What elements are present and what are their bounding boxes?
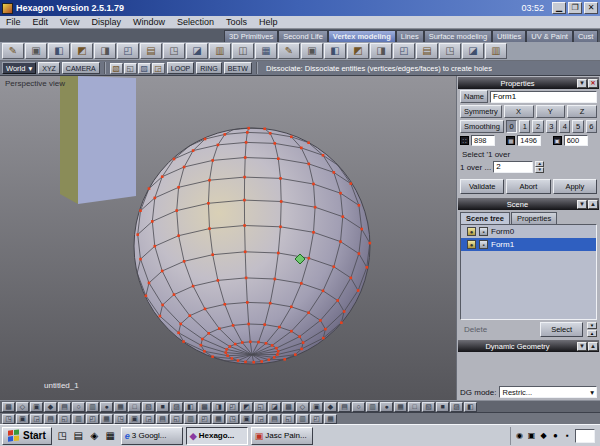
xyz-axis-button[interactable]: XYZ — [38, 62, 60, 74]
tab-utilities[interactable]: Utilities — [492, 30, 526, 42]
tool-icon[interactable]: ▧ — [142, 402, 155, 412]
collapse-icon[interactable]: ▼ — [577, 79, 587, 88]
tool-icon[interactable]: ● — [100, 402, 113, 412]
tab-second-life[interactable]: Second Life — [278, 30, 328, 42]
tool-icon[interactable]: ▣ — [30, 402, 43, 412]
tab-scene-properties[interactable]: Properties — [511, 212, 557, 224]
tool-icon[interactable]: ▥ — [296, 414, 309, 424]
tool-icon[interactable]: ▥ — [485, 43, 507, 59]
tool-icon[interactable]: ◫ — [232, 43, 254, 59]
tool-icon[interactable]: ▤ — [416, 43, 438, 59]
abort-button[interactable]: Abort — [506, 179, 550, 194]
tool-icon[interactable]: ◰ — [310, 414, 323, 424]
select-button[interactable]: Select — [540, 322, 583, 337]
collapse-icon[interactable]: ▼ — [577, 342, 587, 351]
tool-icon[interactable]: ● — [550, 431, 561, 440]
close-button[interactable]: ✕ — [584, 2, 598, 14]
tool-icon[interactable]: ◪ — [268, 402, 281, 412]
tool-icon[interactable]: ◲ — [254, 414, 267, 424]
tool-icon[interactable]: ◰ — [86, 414, 99, 424]
smoothing-level-1[interactable]: 1 — [519, 120, 530, 133]
tool-icon[interactable]: ▨ — [138, 63, 151, 74]
tool-icon[interactable]: ▥ — [184, 414, 197, 424]
close-panel-icon[interactable]: ✕ — [588, 79, 598, 88]
tool-icon[interactable]: ◱ — [124, 63, 137, 74]
tool-icon[interactable]: ◇ — [16, 402, 29, 412]
tool-icon[interactable]: ◲ — [152, 63, 165, 74]
tab-lines[interactable]: Lines — [396, 30, 424, 42]
collapse-icon[interactable]: ▼ — [577, 200, 587, 209]
tool-icon[interactable]: ▤ — [58, 402, 71, 412]
tool-icon[interactable]: ◩ — [347, 43, 369, 59]
tool-icon[interactable]: ◆ — [44, 402, 57, 412]
tool-icon[interactable]: ▥ — [72, 414, 85, 424]
tool-icon[interactable]: ▤ — [338, 402, 351, 412]
tool-icon[interactable]: ◨ — [370, 43, 392, 59]
menu-window[interactable]: Window — [127, 17, 171, 27]
tool-icon[interactable]: ◇ — [296, 402, 309, 412]
tool-icon[interactable]: ◨ — [212, 402, 225, 412]
tool-icon[interactable]: ◈ — [87, 428, 102, 443]
tool-icon[interactable]: ◳ — [439, 43, 461, 59]
start-button[interactable]: Start — [2, 427, 52, 445]
tool-icon[interactable]: ▩ — [282, 402, 295, 412]
smoothing-level-4[interactable]: 4 — [559, 120, 570, 133]
tool-icon[interactable]: ▦ — [100, 414, 113, 424]
tool-icon[interactable]: ▤ — [44, 414, 57, 424]
tool-icon[interactable]: ▣ — [240, 414, 253, 424]
symmetry-y-button[interactable]: Y — [536, 105, 566, 118]
one-over-stepper[interactable]: ▲ ▼ — [535, 161, 544, 173]
tool-icon[interactable]: ▣ — [16, 414, 29, 424]
tool-icon[interactable]: ◲ — [30, 414, 43, 424]
tool-icon[interactable]: ◲ — [142, 414, 155, 424]
tool-icon[interactable]: ▦ — [103, 428, 118, 443]
tab-scene-tree[interactable]: Scene tree — [460, 212, 510, 224]
tool-icon[interactable]: ✎ — [2, 43, 24, 59]
tool-icon[interactable]: ◱ — [282, 414, 295, 424]
ring-button[interactable]: RING — [196, 62, 222, 74]
viewport-canvas[interactable] — [0, 76, 456, 400]
tool-icon[interactable]: ▥ — [86, 402, 99, 412]
menu-edit[interactable]: Edit — [27, 17, 55, 27]
tool-icon[interactable]: ◆ — [324, 402, 337, 412]
tool-icon[interactable]: ○ — [72, 402, 85, 412]
scroll-up-icon[interactable]: ▲ — [587, 330, 597, 337]
one-over-field[interactable]: 2 — [493, 161, 533, 173]
menu-display[interactable]: Display — [85, 17, 127, 27]
tool-icon[interactable]: ◧ — [184, 402, 197, 412]
tool-icon[interactable]: ◧ — [48, 43, 70, 59]
expand-icon[interactable]: ▲ — [588, 342, 598, 351]
visibility-icon[interactable]: ● — [467, 227, 476, 236]
tool-icon[interactable]: ◧ — [464, 402, 477, 412]
tool-icon[interactable]: ◩ — [71, 43, 93, 59]
delete-label[interactable]: Delete — [460, 325, 536, 334]
symmetry-x-button[interactable]: X — [504, 105, 534, 118]
tool-icon[interactable]: ▦ — [212, 414, 225, 424]
tab-vertex-modeling[interactable]: Vertex modeling — [328, 30, 396, 42]
smoothing-level-0[interactable]: 0 — [506, 120, 517, 133]
visibility-icon[interactable]: ● — [467, 240, 476, 249]
smoothing-level-6[interactable]: 6 — [586, 120, 597, 133]
tool-icon[interactable]: ◉ — [514, 431, 525, 440]
tool-icon[interactable]: ◆ — [538, 431, 549, 440]
perspective-viewport[interactable]: Perspective view untitled_1 — [0, 76, 456, 400]
tool-icon[interactable]: ✎ — [278, 43, 300, 59]
tool-icon[interactable]: ◳ — [55, 428, 70, 443]
tab-uv-paint[interactable]: UV & Paint — [526, 30, 573, 42]
tool-icon[interactable]: ▦ — [114, 402, 127, 412]
scene-item-form0[interactable]: ● ▪ Form0 — [461, 225, 596, 238]
tray-indicator[interactable] — [575, 429, 595, 443]
tool-icon[interactable]: ▦ — [324, 414, 337, 424]
menu-selection[interactable]: Selection — [171, 17, 220, 27]
tool-icon[interactable]: ▨ — [170, 402, 183, 412]
scene-item-label[interactable]: Form1 — [491, 240, 514, 249]
tool-icon[interactable]: ◩ — [240, 402, 253, 412]
tool-icon[interactable]: ◳ — [226, 414, 239, 424]
tool-icon[interactable]: ◨ — [94, 43, 116, 59]
task-google-windows[interactable]: e 3 Googl... — [121, 427, 183, 445]
tool-icon[interactable]: ○ — [352, 402, 365, 412]
tool-icon[interactable]: ■ — [436, 402, 449, 412]
menu-view[interactable]: View — [54, 17, 85, 27]
tool-icon[interactable]: ◱ — [170, 414, 183, 424]
smoothing-level-2[interactable]: 2 — [532, 120, 543, 133]
